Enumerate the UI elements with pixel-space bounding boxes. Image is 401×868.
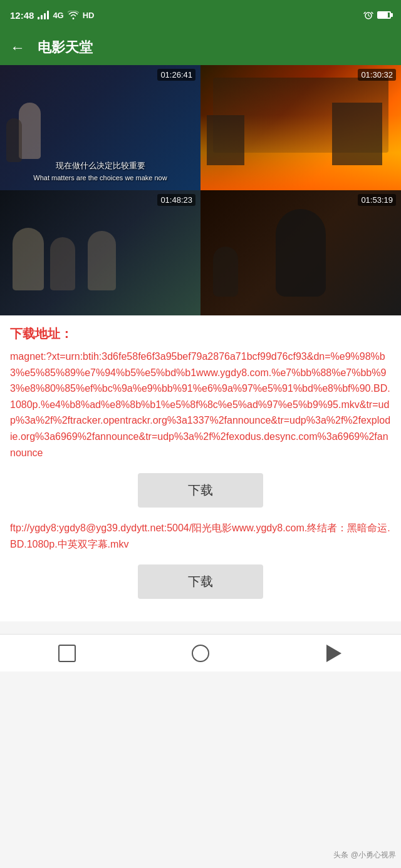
status-bar: 12:48 4G HD xyxy=(0,0,401,30)
battery-icon xyxy=(377,11,391,19)
back-button[interactable]: ← xyxy=(10,39,25,56)
thumb-1-timestamp: 01:26:41 xyxy=(157,69,195,81)
circle-icon xyxy=(192,645,209,662)
download-label: 下载地址： xyxy=(10,325,391,342)
video-thumb-4[interactable]: 01:53:19 xyxy=(200,190,401,315)
wifi-icon xyxy=(68,11,79,19)
nav-bar: ← 电影天堂 xyxy=(0,30,401,65)
dark-figure xyxy=(276,209,326,297)
download-button-1[interactable]: 下载 xyxy=(138,473,263,508)
watermark: 头条 @小勇心视界 xyxy=(333,850,396,860)
nav-circle-button[interactable] xyxy=(189,642,212,665)
square-icon xyxy=(58,645,76,662)
nav-title: 电影天堂 xyxy=(38,38,93,57)
signal-type: 4G xyxy=(53,11,63,20)
thumb-2-timestamp: 01:30:32 xyxy=(358,69,396,81)
thumb-4-timestamp: 01:53:19 xyxy=(358,194,396,206)
video-thumb-3[interactable]: 01:48:23 xyxy=(0,190,200,315)
thumb-1-subtitle: 现在做什么决定比较重要 xyxy=(0,160,200,171)
content-area: 下载地址： magnet:?xt=urn:btih:3d6fe58fe6f3a9… xyxy=(0,315,401,621)
nav-square-button[interactable] xyxy=(56,642,78,665)
thumb-3-timestamp: 01:48:23 xyxy=(157,194,195,206)
download-button-2[interactable]: 下载 xyxy=(138,564,263,599)
status-left: 12:48 4G HD xyxy=(10,10,95,21)
magnet-link[interactable]: magnet:?xt=urn:btih:3d6fe58fe6f3a95bef79… xyxy=(10,349,391,461)
nav-back-button[interactable] xyxy=(323,642,345,665)
ftp-link[interactable]: ftp://ygdy8:ygdy8@yg39.dydytt.net:5004/阳… xyxy=(10,520,391,552)
bottom-nav: 头条 @小勇心视界 xyxy=(0,634,401,671)
video-thumb-2[interactable]: 01:30:32 xyxy=(200,65,401,190)
video-grid: 01:26:41 现在做什么决定比较重要 What matters are th… xyxy=(0,65,401,315)
video-thumb-1[interactable]: 01:26:41 现在做什么决定比较重要 What matters are th… xyxy=(0,65,200,190)
triangle-back-icon xyxy=(326,645,341,662)
alarm-icon xyxy=(363,10,373,20)
status-time: 12:48 xyxy=(10,10,34,21)
thumb-1-subtitle-en: What matters are the choices we make now xyxy=(0,174,200,181)
hd-label: HD xyxy=(83,11,95,20)
status-right xyxy=(363,10,391,20)
signal-bars-icon xyxy=(38,11,49,19)
